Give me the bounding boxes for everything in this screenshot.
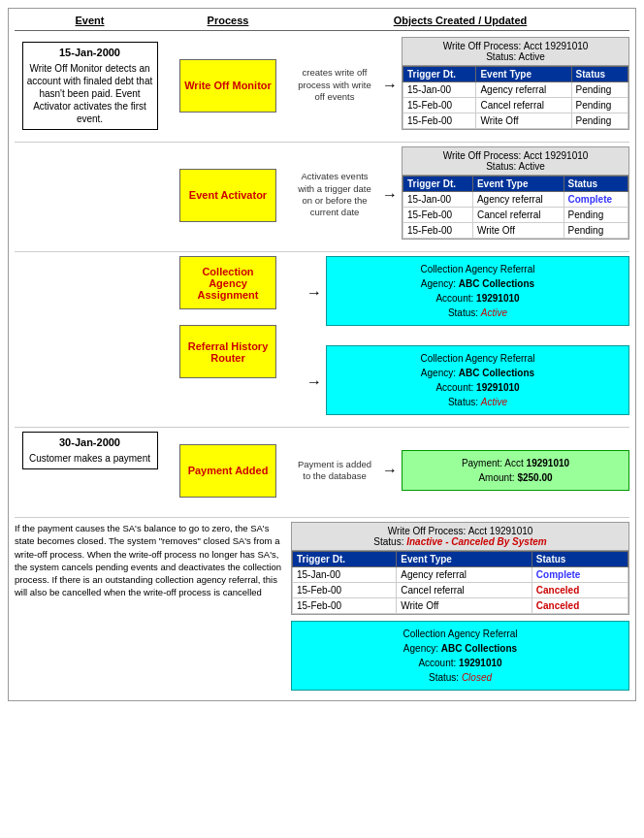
- wo-header-text-2: Write Off Process: Acct 19291010: [443, 150, 589, 161]
- event-col-3: [15, 256, 165, 419]
- cell-status: Pending: [571, 113, 628, 129]
- bottom-left-text: If the payment causes the SA's balance t…: [15, 522, 291, 694]
- green-payment-label: Payment: Acct: [462, 458, 527, 468]
- th-event-2: Event Type: [472, 177, 564, 192]
- arrow-3a: →: [306, 284, 322, 302]
- cell-trigger: 15-Jan-00: [403, 82, 476, 98]
- event-date-4: 30-Jan-2000: [27, 436, 153, 448]
- cell-trigger: 15-Feb-00: [403, 208, 473, 223]
- cell-event-type: Cancel referral: [476, 98, 571, 113]
- process-box-collection-agency: Collection Agency Assignment: [179, 256, 276, 309]
- table-row: 15-Feb-00Write OffCanceled: [293, 598, 628, 614]
- wo-status-label-5: Status:: [373, 536, 406, 547]
- section-collection: Collection Agency Assignment Referral Hi…: [15, 256, 629, 419]
- cyan-box-closed: Collection Agency Referral Agency: ABC C…: [291, 621, 629, 691]
- section-payment: 30-Jan-2000 Customer makes a payment Pay…: [15, 432, 629, 509]
- cell-trigger: 15-Feb-00: [293, 583, 397, 598]
- cyan2-line1: Collection Agency Referral: [421, 353, 535, 364]
- cyan1-agency-val: ABC Collections: [459, 278, 534, 289]
- cyan-closed-line1: Collection Agency Referral: [403, 628, 518, 639]
- header-process: Process: [165, 15, 291, 26]
- notes-col-1: creates write off process with write off…: [291, 67, 378, 103]
- cell-status: Pending: [564, 208, 628, 223]
- cyan1-line1: Collection Agency Referral: [421, 264, 535, 274]
- cell-event-type: Agency referral: [397, 567, 532, 583]
- cyan-closed-account-label: Account:: [418, 658, 459, 668]
- cell-status: Canceled: [531, 583, 628, 598]
- cyan2-agency-val: ABC Collections: [459, 368, 534, 378]
- process-box-referral-history: Referral History Router: [179, 325, 276, 378]
- wo-header-text-5: Write Off Process: Acct 19291010: [388, 526, 533, 536]
- cyan2-account-label: Account:: [435, 382, 476, 393]
- process-col-4: Payment Added: [165, 444, 291, 498]
- th-trigger-5: Trigger Dt.: [293, 552, 397, 567]
- th-event-5: Event Type: [397, 552, 532, 567]
- cell-status: Complete: [531, 567, 628, 583]
- th-trigger-2: Trigger Dt.: [403, 177, 473, 192]
- section-write-off-monitor: 15-Jan-2000 Write Off Monitor detects an…: [15, 37, 629, 134]
- process-col-3: Collection Agency Assignment Referral Hi…: [165, 256, 291, 419]
- cell-event-type: Write Off: [397, 598, 532, 614]
- wo-status-val-5: Inactive - Canceled By System: [406, 536, 547, 547]
- cell-status: Pending: [564, 223, 628, 239]
- table-row: 15-Feb-00Cancel referralCanceled: [293, 583, 628, 598]
- th-trigger-1: Trigger Dt.: [403, 67, 476, 82]
- cyan1-agency-label: Agency:: [421, 278, 459, 289]
- event-desc-4: Customer makes a payment: [27, 452, 153, 465]
- cell-trigger: 15-Feb-00: [403, 223, 473, 239]
- cyan1-status-val: Active: [481, 307, 507, 318]
- notes-col-2: Activates events with a trigger date on …: [291, 171, 378, 218]
- table-row: 15-Feb-00Write OffPending: [403, 223, 628, 239]
- table-row: 15-Feb-00Write OffPending: [403, 113, 628, 129]
- th-status-5: Status: [531, 552, 628, 567]
- table-row: 15-Jan-00Agency referralComplete: [293, 567, 628, 583]
- event-box-1: 15-Jan-2000 Write Off Monitor detects an…: [22, 42, 158, 130]
- wo-process-box-5: Write Off Process: Acct 19291010 Status:…: [291, 522, 629, 615]
- cyan2-agency-label: Agency:: [421, 368, 459, 378]
- header-row: Event Process Objects Created / Updated: [15, 15, 629, 31]
- objects-col-3: → Collection Agency Referral Agency: ABC…: [303, 256, 629, 419]
- green-box-payment: Payment: Acct 19291010 Amount: $250.00: [402, 450, 629, 491]
- cell-event-type: Cancel referral: [472, 208, 564, 223]
- event-col-2: [15, 156, 165, 234]
- arrow-2: →: [382, 186, 398, 204]
- green-amount-label: Amount:: [478, 472, 517, 483]
- event-date-1: 15-Jan-2000: [27, 47, 153, 58]
- section-bottom: If the payment causes the SA's balance t…: [15, 522, 629, 694]
- cell-trigger: 15-Feb-00: [293, 598, 397, 614]
- bottom-right: Write Off Process: Acct 19291010 Status:…: [291, 522, 629, 694]
- wo-table-5: Trigger Dt. Event Type Status 15-Jan-00A…: [292, 551, 628, 614]
- arrow-3b: →: [306, 373, 322, 391]
- event-box-4: 30-Jan-2000 Customer makes a payment: [22, 432, 158, 469]
- spacer-3: [291, 256, 303, 419]
- wo-table-2: Trigger Dt. Event Type Status 15-Jan-00A…: [402, 176, 628, 239]
- cell-trigger: 15-Feb-00: [403, 98, 476, 113]
- cell-trigger: 15-Jan-00: [293, 567, 397, 583]
- cyan1-account-label: Account:: [435, 293, 476, 304]
- header-event: Event: [15, 15, 165, 26]
- cyan2-status-val: Active: [481, 397, 507, 407]
- table-row: 15-Jan-00Agency referralComplete: [403, 192, 628, 208]
- wo-process-header-2: Write Off Process: Acct 19291010 Status:…: [402, 147, 628, 176]
- cyan1-status-label: Status:: [448, 307, 481, 318]
- wo-table-1: Trigger Dt. Event Type Status 15-Jan-00A…: [402, 66, 628, 129]
- header-objects: Objects Created / Updated: [291, 15, 629, 26]
- notes-col-4: Payment is added to the database: [291, 459, 378, 483]
- cell-status: Canceled: [531, 598, 628, 614]
- cyan-closed-account-val: 19291010: [459, 658, 502, 668]
- th-status-2: Status: [564, 177, 628, 192]
- process-box-write-off-monitor: Write Off Monitor: [179, 59, 276, 113]
- cyan1-account-val: 19291010: [476, 293, 520, 304]
- section-event-activator: Event Activator Activates events with a …: [15, 146, 629, 243]
- th-event-1: Event Type: [476, 67, 571, 82]
- wo-header-text-1: Write Off Process: Acct 19291010: [443, 41, 589, 51]
- cell-event-type: Cancel referral: [397, 583, 532, 598]
- event-col-1: 15-Jan-2000 Write Off Monitor detects an…: [15, 42, 165, 130]
- cell-event-type: Agency referral: [476, 82, 571, 98]
- cell-trigger: 15-Feb-00: [403, 113, 476, 129]
- arrow-4: →: [382, 462, 398, 479]
- cell-status: Pending: [571, 98, 628, 113]
- wo-status-text-2: Status: Active: [486, 161, 545, 172]
- objects-col-4: Payment: Acct 19291010 Amount: $250.00: [402, 450, 629, 491]
- wo-process-header-5: Write Off Process: Acct 19291010 Status:…: [292, 523, 628, 551]
